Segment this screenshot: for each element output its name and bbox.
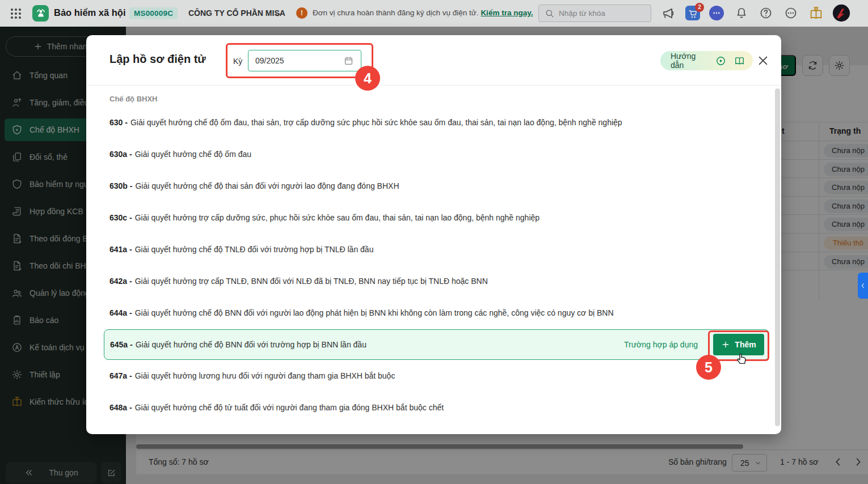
procedure-list: 630 - Giải quyết hưởng chế độ ốm đau, th… xyxy=(86,107,781,423)
procedure-code: 641a - xyxy=(109,245,132,254)
procedure-row[interactable]: 647a - Giải quyết hưởng lương hưu đối vớ… xyxy=(104,360,769,392)
add-button-label: Thêm xyxy=(735,340,756,349)
cart-badge: 2 xyxy=(695,3,704,12)
procedure-name: Giải quyết hưởng trợ cấp TNLĐ, BNN đối v… xyxy=(135,277,488,286)
procedure-code: 647a - xyxy=(109,371,132,380)
calendar-icon[interactable] xyxy=(343,56,354,66)
procedure-row[interactable]: 644a - Giải quyết hưởng chế độ BNN đối v… xyxy=(104,297,769,329)
megaphone-icon[interactable] xyxy=(661,6,676,20)
plus-icon xyxy=(721,340,730,349)
procedure-code: 630 - xyxy=(109,118,128,127)
chevron-down-icon[interactable] xyxy=(273,9,283,19)
check-now-link[interactable]: Kiểm tra ngay. xyxy=(481,9,533,17)
search-input[interactable] xyxy=(559,9,638,18)
procedure-code: 630b - xyxy=(109,181,132,190)
guide-pill[interactable]: Hướng dẫn xyxy=(660,51,753,70)
help-icon[interactable] xyxy=(759,6,773,20)
chat-icon[interactable] xyxy=(709,6,724,20)
procedure-code: 648a - xyxy=(109,403,132,412)
procedure-code: 630a - xyxy=(109,150,132,159)
procedure-code: 645a - xyxy=(110,340,133,349)
create-dossier-modal: Lập hồ sơ điện tử Kỳ 09/2025 Hướng dẫn C… xyxy=(86,35,781,434)
period-value: 09/2025 xyxy=(255,56,284,65)
modal-title: Lập hồ sơ điện tử xyxy=(109,53,206,66)
section-header: Chế độ BHXH xyxy=(109,95,781,103)
procedure-name: Giải quyết hưởng lương hưu đối với người… xyxy=(135,371,395,380)
procedure-name: Giải quyết hưởng chế độ TNLĐ đối với trư… xyxy=(135,245,374,254)
guide-book-icon[interactable] xyxy=(734,55,745,67)
org-name[interactable]: CÔNG TY CỔ PHẦN MISA xyxy=(188,9,285,18)
procedure-name: Giải quyết hưởng chế độ ốm đau, thai sản… xyxy=(130,118,622,127)
procedure-name: Giải quyết hưởng chế độ BNN đối với ngườ… xyxy=(135,308,614,317)
avatar[interactable] xyxy=(833,5,850,22)
warning-icon: ! xyxy=(296,7,307,19)
app-grid-icon[interactable] xyxy=(9,7,23,20)
guide-label: Hướng dẫn xyxy=(671,52,707,70)
procedure-row[interactable]: 645a - Giải quyết hưởng chế độ BNN đối v… xyxy=(104,329,769,360)
warning-message: Đơn vị chưa hoàn thành đăng ký dịch vụ đ… xyxy=(313,9,479,17)
play-video-icon[interactable] xyxy=(715,55,726,67)
knowledge-book-icon[interactable] xyxy=(809,6,823,20)
global-search[interactable] xyxy=(538,5,651,22)
close-icon[interactable] xyxy=(757,54,770,68)
app-title: Bảo hiểm xã hội xyxy=(54,7,126,18)
procedure-name: Giải quyết hưởng chế độ tử tuất đối với … xyxy=(135,403,444,412)
chevron-left-icon xyxy=(859,282,867,290)
procedure-code: 630c - xyxy=(109,213,132,222)
procedure-row[interactable]: 641a - Giải quyết hưởng chế độ TNLĐ đối … xyxy=(104,233,769,265)
search-icon xyxy=(545,9,554,18)
topbar: Bảo hiểm xã hội MS00009C CÔNG TY CỔ PHẦN… xyxy=(0,0,868,27)
procedure-name: Giải quyết hưởng chế độ BNN đối với trườ… xyxy=(136,340,366,349)
more-options-icon[interactable] xyxy=(784,6,798,20)
modal-scrollbar[interactable] xyxy=(775,88,780,426)
procedure-row[interactable]: 630 - Giải quyết hưởng chế độ ốm đau, th… xyxy=(104,107,769,138)
expand-side-panel-tab[interactable] xyxy=(858,273,868,299)
procedure-row[interactable]: 642a - Giải quyết hưởng trợ cấp TNLĐ, BN… xyxy=(104,265,769,297)
add-button[interactable]: Thêm xyxy=(713,334,764,355)
procedure-code: 642a - xyxy=(109,277,132,286)
modal-body: Chế độ BHXH 630 - Giải quyết hưởng chế đ… xyxy=(86,86,781,434)
procedure-row[interactable]: 630c - Giải quyết hưởng trợ cấp dưỡng sứ… xyxy=(104,202,769,233)
procedure-row[interactable]: 648a - Giải quyết hưởng chế độ tử tuất đ… xyxy=(104,392,769,423)
warning-text: Đơn vị chưa hoàn thành đăng ký dịch vụ đ… xyxy=(313,9,533,17)
period-input[interactable]: 09/2025 xyxy=(248,50,361,71)
org-code-badge: MS00009C xyxy=(129,7,178,19)
procedure-name: Giải quyết hưởng chế độ ốm đau xyxy=(135,150,251,159)
procedure-name: Giải quyết hưởng trợ cấp dưỡng sức, phục… xyxy=(135,213,540,222)
procedure-name: Giải quyết hưởng chế độ thai sản đối với… xyxy=(135,181,399,190)
procedure-row[interactable]: 630a - Giải quyết hưởng chế độ ốm đau xyxy=(104,138,769,170)
tutorial-step-badge-5: 5 xyxy=(696,355,721,380)
procedure-code: 644a - xyxy=(109,308,132,317)
period-label: Kỳ xyxy=(233,57,242,66)
app-logo-icon xyxy=(32,5,49,22)
procedure-row[interactable]: 630b - Giải quyết hưởng chế độ thai sản … xyxy=(104,170,769,202)
apply-case-link[interactable]: Trường hợp áp dụng xyxy=(624,330,698,359)
bell-icon[interactable] xyxy=(735,6,749,20)
tutorial-step-badge-4: 4 xyxy=(355,66,380,91)
